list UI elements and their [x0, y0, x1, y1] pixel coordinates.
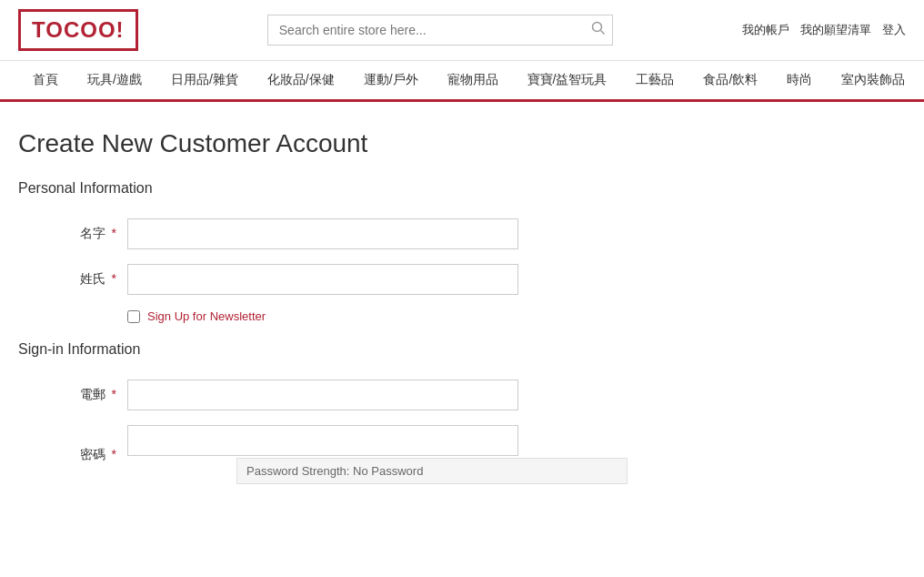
nav-link-fashion[interactable]: 時尚 — [772, 61, 827, 99]
search-container — [267, 15, 613, 46]
nav-item-toys: 玩具/遊戲 — [73, 61, 156, 99]
personal-section-title: Personal Information — [18, 180, 800, 202]
nav-link-daily[interactable]: 日用品/雜貨 — [156, 61, 253, 99]
email-label: 電郵 * — [18, 387, 127, 403]
newsletter-checkbox[interactable] — [127, 310, 140, 323]
nav-item-food: 食品/飲料 — [688, 61, 772, 99]
last-name-required: * — [108, 271, 116, 286]
first-name-required: * — [108, 226, 116, 240]
main-nav: 首頁 玩具/遊戲 日用品/雜貨 化妝品/保健 運動/戶外 寵物用品 寶寶/益智玩… — [0, 61, 924, 102]
wishlist-link[interactable]: 我的願望清單 — [800, 22, 871, 38]
page-title: Create New Customer Account — [18, 129, 800, 158]
nav-item-daily: 日用品/雜貨 — [156, 61, 253, 99]
personal-info-section: Personal Information 名字 * 姓氏 * Sign Up f… — [18, 180, 800, 323]
password-label: 密碼 * — [18, 447, 127, 463]
password-row: 密碼 * Password Strength: No Password — [18, 425, 800, 484]
email-required: * — [108, 387, 116, 401]
last-name-input[interactable] — [127, 264, 518, 295]
main-content: Create New Customer Account Personal Inf… — [0, 102, 819, 537]
logo: TOCOO! — [18, 9, 138, 51]
nav-link-food[interactable]: 食品/飲料 — [688, 61, 772, 99]
nav-item-home: 首頁 — [18, 61, 73, 99]
signin-info-section: Sign-in Information 電郵 * 密碼 * Password S… — [18, 341, 800, 484]
nav-link-home[interactable]: 首頁 — [18, 61, 73, 99]
header-links: 我的帳戶 我的願望清單 登入 — [742, 22, 906, 38]
newsletter-row: Sign Up for Newsletter — [127, 309, 800, 323]
svg-point-0 — [592, 23, 601, 32]
my-account-link[interactable]: 我的帳戶 — [742, 22, 789, 38]
search-button[interactable] — [591, 21, 606, 39]
login-link[interactable]: 登入 — [882, 22, 906, 38]
nav-link-sports[interactable]: 運動/戶外 — [349, 61, 433, 99]
signin-section-title: Sign-in Information — [18, 341, 800, 363]
logo-container: TOCOO! — [18, 9, 138, 51]
nav-link-crafts[interactable]: 工藝品 — [621, 61, 688, 99]
last-name-row: 姓氏 * — [18, 264, 800, 295]
password-required: * — [108, 447, 116, 461]
nav-link-baby[interactable]: 寶寶/益智玩具 — [513, 61, 622, 99]
search-icon — [591, 21, 606, 35]
nav-link-toys[interactable]: 玩具/遊戲 — [73, 61, 156, 99]
last-name-label: 姓氏 * — [18, 271, 127, 288]
header: TOCOO! 我的帳戶 我的願望清單 登入 — [0, 0, 924, 61]
password-strength-indicator: Password Strength: No Password — [236, 458, 628, 484]
search-input[interactable] — [267, 15, 613, 46]
password-input[interactable] — [127, 425, 518, 456]
nav-link-pets[interactable]: 寵物用品 — [433, 61, 513, 99]
first-name-input[interactable] — [127, 218, 518, 249]
nav-item-pets: 寵物用品 — [433, 61, 513, 99]
nav-item-baby: 寶寶/益智玩具 — [513, 61, 622, 99]
logo-text: TOCOO! — [32, 17, 125, 43]
svg-line-1 — [600, 31, 604, 35]
nav-item-cosmetics: 化妝品/保健 — [253, 61, 349, 99]
nav-item-decor: 室內裝飾品 — [827, 61, 919, 99]
nav-link-cosmetics[interactable]: 化妝品/保健 — [253, 61, 349, 99]
nav-item-sports: 運動/戶外 — [349, 61, 433, 99]
nav-list: 首頁 玩具/遊戲 日用品/雜貨 化妝品/保健 運動/戶外 寵物用品 寶寶/益智玩… — [18, 61, 906, 99]
email-input[interactable] — [127, 380, 518, 410]
first-name-row: 名字 * — [18, 218, 800, 249]
first-name-label: 名字 * — [18, 226, 127, 242]
nav-item-fashion: 時尚 — [772, 61, 827, 99]
password-field-container: Password Strength: No Password — [127, 425, 628, 484]
nav-item-crafts: 工藝品 — [621, 61, 688, 99]
email-row: 電郵 * — [18, 380, 800, 410]
newsletter-label[interactable]: Sign Up for Newsletter — [147, 309, 266, 323]
nav-link-decor[interactable]: 室內裝飾品 — [827, 61, 919, 99]
